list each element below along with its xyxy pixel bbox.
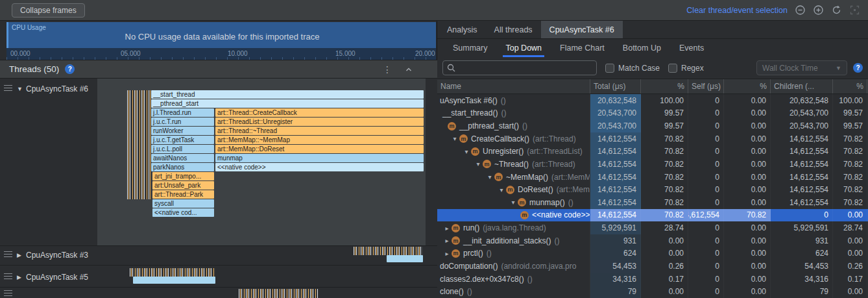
flame-box[interactable]: art::Thread::~Thread <box>215 127 424 135</box>
column-header[interactable]: Name <box>437 79 590 93</box>
thread-activity-segment[interactable] <box>133 277 215 284</box>
tab-summary[interactable]: Summary <box>444 39 496 57</box>
flame-box[interactable]: art::Thread::CreateCallback <box>215 108 424 117</box>
table-row[interactable]: ▾mCreateCallback()(art::Thread)14,612,55… <box>437 132 868 145</box>
table-row[interactable]: classes2.dex+0x347c8()()34,3160.1700.003… <box>437 273 868 286</box>
thread-activity-barcode[interactable] <box>127 90 151 199</box>
column-header[interactable]: Total (μs) <box>590 79 641 93</box>
flame-box[interactable]: art::MemMap::~MemMap <box>215 136 424 144</box>
thread-name-cpuasynctask-6[interactable]: CpuAsyncTask #6 <box>26 84 88 93</box>
chevron-down-icon[interactable]: ▼ <box>17 86 23 92</box>
column-header[interactable]: Children (... <box>771 79 833 93</box>
chevron-right-icon[interactable]: ▶ <box>17 252 21 258</box>
chevron-down-icon[interactable]: ▾ <box>450 135 459 142</box>
match-case-checkbox[interactable]: Match Case <box>605 64 660 73</box>
zoom-to-selection-icon[interactable] <box>849 5 860 16</box>
checkbox-icon[interactable] <box>605 64 614 73</box>
table-row[interactable]: ▾mmunmap()()14,612,55470.8200.0014,612,5… <box>437 196 868 209</box>
table-row[interactable]: ▾m~MemMap()(art::MemMap)14,612,55470.820… <box>437 171 868 184</box>
flame-box[interactable]: j.u.c.T.getTask <box>151 136 214 144</box>
regex-checkbox[interactable]: Regex <box>668 64 704 73</box>
timeline-ruler[interactable]: 00.00005.00010.00015.00020.000 <box>6 48 436 60</box>
tab-flame-chart[interactable]: Flame Chart <box>551 39 614 57</box>
chevron-right-icon[interactable]: ▸ <box>442 250 452 257</box>
row-name-cell: ▸m__init_additional_stacks()() <box>437 234 590 247</box>
clock-type-dropdown[interactable]: Wall Clock Time ▼ <box>756 60 847 75</box>
collapse-panel-icon[interactable] <box>405 66 413 73</box>
table-row[interactable]: m<<native code>>14,612,55470.8214,612,55… <box>437 209 868 222</box>
flame-box[interactable]: __start_thread <box>151 90 424 99</box>
flame-box[interactable]: art_jni_trampo... <box>152 172 214 180</box>
flame-box[interactable]: awaitNanos <box>151 154 214 162</box>
flame-box[interactable]: munmap <box>215 154 424 162</box>
tab-bottom-up[interactable]: Bottom Up <box>614 39 670 57</box>
tab-cpuasynctask-6[interactable]: CpuAsyncTask #6 <box>541 21 623 38</box>
cpu-usage-section[interactable]: CPU Usage No CPU usage data available fo… <box>6 22 436 60</box>
chevron-down-icon[interactable]: ▾ <box>485 173 494 180</box>
table-row[interactable]: uAsyncTask #6()()20,632,548100.0000.0020… <box>437 94 868 107</box>
row-value-cell: 0.00 <box>641 234 688 247</box>
thread-activity-barcode[interactable] <box>354 247 423 255</box>
chevron-right-icon[interactable]: ▶ <box>17 274 21 280</box>
flame-box[interactable]: parkNanos <box>151 163 214 171</box>
table-row[interactable]: doComputation()(android.com.java.pro54,4… <box>437 260 868 273</box>
column-header[interactable]: Self (μs) <box>688 79 724 93</box>
column-header[interactable]: % <box>641 79 688 93</box>
drag-handle-icon[interactable] <box>4 290 12 297</box>
flame-box[interactable]: <<native cod... <box>152 208 214 217</box>
flame-box[interactable]: art:Unsafe_park <box>152 181 214 190</box>
table-row[interactable]: ▾mDoReset()(art::MemMap)14,612,55470.820… <box>437 183 868 196</box>
chevron-down-icon[interactable]: ▾ <box>497 186 506 193</box>
table-row[interactable]: ▸m__init_additional_stacks()()9310.0000.… <box>437 234 868 247</box>
checkbox-icon[interactable] <box>668 64 677 73</box>
flame-box[interactable]: j.u.c.T.run <box>151 118 214 126</box>
thread-activity-barcode[interactable] <box>239 289 318 298</box>
flame-box[interactable]: art::MemMap::DoReset <box>215 145 424 153</box>
chevron-right-icon[interactable]: ▸ <box>442 225 452 232</box>
flame-box[interactable]: syscall <box>152 199 214 208</box>
search-input[interactable] <box>458 63 592 73</box>
flame-box[interactable]: art::Thread::Park <box>152 190 214 199</box>
flame-box[interactable]: j.u.c.L.poll <box>151 145 214 153</box>
drag-handle-icon[interactable] <box>4 85 12 92</box>
row-value-cell: 79 <box>771 285 833 298</box>
chevron-down-icon[interactable]: ▾ <box>462 148 471 155</box>
table-row[interactable]: ▾mUnregister()(art::ThreadList)14,612,55… <box>437 145 868 158</box>
zoom-in-icon[interactable] <box>813 5 824 16</box>
flame-box[interactable]: runWorker <box>151 127 214 135</box>
chevron-right-icon[interactable]: ▸ <box>442 237 452 244</box>
tab-events[interactable]: Events <box>670 39 713 57</box>
kebab-menu-icon[interactable]: ⋮ <box>383 66 392 73</box>
flame-box[interactable]: j.l.Thread.run <box>151 108 214 117</box>
table-row[interactable]: __start_thread()()20,543,70099.5700.0020… <box>437 107 868 120</box>
cpu-usage-chart[interactable]: CPU Usage No CPU usage data available fo… <box>6 22 436 48</box>
drag-handle-icon[interactable] <box>4 251 12 258</box>
table-row[interactable]: ▸mprctl()()6240.0000.006240.00 <box>437 247 868 260</box>
thread-activity-segment[interactable] <box>387 255 423 262</box>
column-header[interactable]: % <box>724 79 771 93</box>
flame-box[interactable]: __pthread_start <box>151 99 424 108</box>
chevron-down-icon[interactable]: ▾ <box>509 199 518 206</box>
table-row[interactable]: m__pthread_start()()20,543,70099.5700.00… <box>437 119 868 132</box>
thread-name-cpuasynctask-3[interactable]: CpuAsyncTask #3 <box>26 251 88 260</box>
table-row[interactable]: ▾m~Thread()(art::Thread)14,612,55470.820… <box>437 158 868 171</box>
thread-activity-barcode[interactable] <box>130 268 215 277</box>
table-row[interactable]: clone()()790.0000.00790.00 <box>437 285 868 298</box>
flame-box[interactable]: <<native code>> <box>215 163 424 171</box>
zoom-out-icon[interactable] <box>795 5 806 16</box>
filter-help-icon[interactable]: ? <box>853 63 863 73</box>
collapse-frames-button[interactable]: Collapse frames <box>12 3 85 18</box>
table-row[interactable]: ▸mrun()(java.lang.Thread)5,929,59128.740… <box>437 221 868 234</box>
reset-zoom-icon[interactable] <box>831 5 842 16</box>
drag-handle-icon[interactable] <box>4 273 12 280</box>
tab-top-down[interactable]: Top Down <box>496 39 551 57</box>
threads-help-icon[interactable]: ? <box>65 64 75 74</box>
flame-box[interactable]: art::ThreadList::Unregister <box>215 118 424 126</box>
tab-all-threads[interactable]: All threads <box>486 21 541 38</box>
column-header[interactable]: % <box>833 79 867 93</box>
chevron-down-icon[interactable]: ▾ <box>474 160 483 168</box>
clear-selection-link[interactable]: Clear thread/event selection <box>686 6 788 15</box>
search-box[interactable] <box>442 60 597 75</box>
thread-name-cpuasynctask-5[interactable]: CpuAsyncTask #5 <box>26 273 88 282</box>
tab-analysis[interactable]: Analysis <box>439 21 486 38</box>
